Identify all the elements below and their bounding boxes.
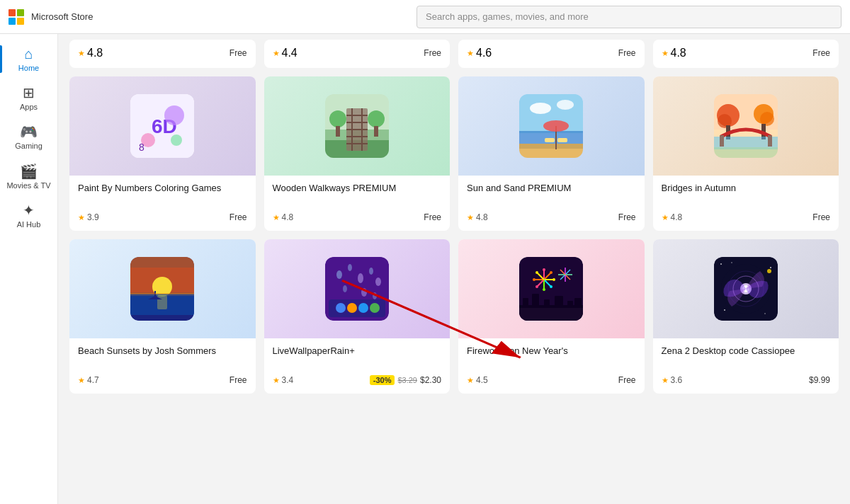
partial-card-4[interactable]: ★ 4.8 Free: [653, 40, 839, 68]
star-icon: ★: [662, 376, 669, 385]
thumb-paint-numbers: 6D 8: [69, 76, 256, 176]
app-card-livewallpaper[interactable]: LiveWallpaperRain+ ★ 3.4 -30% $3.29 $2.3…: [264, 239, 450, 394]
thumb-fireworks: [458, 239, 645, 338]
app-card-beach-sunsets[interactable]: Beach Sunsets by Josh Sommers ★ 4.7 Free: [69, 239, 256, 394]
app-info-zena: Zena 2 Desktop code Cassiopee ★ 3.6 $9.9…: [653, 338, 839, 394]
sidebar-label-movies: Movies & TV: [6, 181, 50, 190]
app-name-wooden-walkways: Wooden Walkways PREMIUM: [273, 183, 442, 207]
original-price: $3.29: [397, 376, 417, 384]
app-name-sun-sand: Sun and Sand PREMIUM: [467, 183, 636, 207]
svg-point-76: [552, 278, 555, 281]
app-card-paint-numbers[interactable]: 6D 8 Paint By Numbers Coloring Games: [69, 76, 256, 231]
app-info-fireworks: Fireworks on New Year's ★ 4.5 Free: [458, 338, 645, 394]
svg-point-57: [343, 285, 347, 292]
svg-point-55: [369, 268, 373, 275]
app-meta-wooden-walkways: ★ 4.8 Free: [273, 212, 442, 222]
svg-rect-19: [336, 126, 340, 137]
rating-1: ★ 4.8: [78, 47, 103, 59]
sidebar-label-apps: Apps: [20, 103, 38, 112]
sidebar-label-gaming: Gaming: [15, 142, 42, 151]
app-name-bridges-autumn: Bridges in Autumn: [662, 183, 831, 207]
svg-rect-41: [768, 135, 772, 147]
svg-point-101: [731, 262, 732, 263]
svg-point-79: [536, 285, 538, 288]
partial-card-3[interactable]: ★ 4.6 Free: [458, 40, 645, 68]
thumb-zena: [653, 239, 839, 338]
app-info-paint-numbers: Paint By Numbers Coloring Games ★ 3.9 Fr…: [69, 176, 256, 231]
svg-point-59: [373, 292, 377, 299]
app-meta-zena: ★ 3.6 $9.99: [662, 375, 831, 385]
svg-rect-97: [519, 308, 583, 321]
app-name-paint-numbers: Paint By Numbers Coloring Games: [78, 183, 247, 207]
star-icon: ★: [467, 213, 474, 222]
app-card-zena[interactable]: Zena 2 Desktop code Cassiopee ★ 3.6 $9.9…: [653, 239, 839, 394]
svg-rect-29: [545, 138, 555, 142]
app-card-fireworks[interactable]: Fireworks on New Year's ★ 4.5 Free: [458, 239, 645, 394]
svg-point-109: [767, 269, 771, 273]
svg-point-100: [720, 263, 722, 265]
svg-point-77: [550, 285, 552, 288]
svg-point-103: [764, 313, 766, 314]
svg-rect-48: [157, 295, 167, 309]
thumb-beach-sunsets: [69, 239, 256, 338]
sidebar: ⌂ Home ⊞ Apps 🎮 Gaming 🎬 Movies & TV ✦ A…: [0, 34, 58, 504]
app-meta-beach-sunsets: ★ 4.7 Free: [78, 375, 247, 385]
ms-logo: [8, 9, 24, 25]
apps-icon: ⊞: [23, 86, 35, 100]
svg-rect-42: [714, 147, 778, 158]
svg-point-80: [533, 278, 536, 281]
app-name-fireworks: Fireworks on New Year's: [467, 345, 636, 370]
thumb-bridges-autumn: [653, 76, 839, 176]
app-info-livewallpaper: LiveWallpaperRain+ ★ 3.4 -30% $3.29 $2.3…: [264, 338, 450, 394]
sidebar-item-movies[interactable]: 🎬 Movies & TV: [0, 157, 57, 196]
svg-point-52: [336, 270, 342, 279]
sidebar-item-home[interactable]: ⌂ Home: [0, 40, 57, 79]
app-name-zena: Zena 2 Desktop code Cassiopee: [662, 345, 831, 370]
partial-card-2[interactable]: ★ 4.4 Free: [264, 40, 450, 68]
search-placeholder: Search apps, games, movies, and more: [426, 11, 589, 22]
svg-point-28: [543, 120, 569, 132]
partial-card-1[interactable]: ★ 4.8 Free: [69, 40, 256, 68]
rating-3: ★ 4.6: [467, 47, 492, 59]
new-price: $2.30: [420, 375, 441, 385]
thumb-livewallpaper: [264, 239, 450, 338]
svg-point-104: [724, 309, 725, 311]
titlebar: Microsoft Store Search apps, games, movi…: [0, 0, 850, 34]
svg-point-81: [536, 271, 538, 274]
app-info-beach-sunsets: Beach Sunsets by Josh Sommers ★ 4.7 Free: [69, 338, 256, 394]
main-layout: ⌂ Home ⊞ Apps 🎮 Gaming 🎬 Movies & TV ✦ A…: [0, 34, 850, 504]
app-card-wooden-walkways[interactable]: Wooden Walkways PREMIUM ★ 4.8 Free: [264, 76, 450, 231]
content-area: ★ 4.8 Free ★ 4.4 Free ★ 4.6: [58, 34, 850, 504]
svg-point-54: [358, 273, 363, 283]
svg-point-63: [358, 303, 368, 313]
thumb-sun-sand: [458, 76, 645, 176]
search-bar[interactable]: Search apps, games, movies, and more: [416, 6, 842, 28]
svg-point-62: [347, 303, 357, 313]
gaming-icon: 🎮: [20, 125, 38, 139]
svg-point-74: [543, 268, 545, 271]
top-row: ★ 4.8 Free ★ 4.4 Free ★ 4.6: [69, 40, 839, 68]
app-meta-paint-numbers: ★ 3.9 Free: [78, 212, 247, 222]
app-info-sun-sand: Sun and Sand PREMIUM ★ 4.8 Free: [458, 176, 645, 231]
star-icon: ★: [467, 376, 474, 385]
app-meta-bridges-autumn: ★ 4.8 Free: [662, 212, 831, 222]
price-discount: -30% $3.29 $2.30: [370, 375, 441, 385]
app-card-sun-sand[interactable]: Sun and Sand PREMIUM ★ 4.8 Free: [458, 76, 645, 231]
svg-rect-26: [519, 144, 583, 158]
app-card-bridges-autumn[interactable]: Bridges in Autumn ★ 4.8 Free: [653, 76, 839, 231]
app-meta-fireworks: ★ 4.5 Free: [467, 375, 636, 385]
svg-point-53: [348, 264, 352, 271]
app-info-wooden-walkways: Wooden Walkways PREMIUM ★ 4.8 Free: [264, 176, 450, 231]
svg-point-56: [375, 277, 381, 286]
star-icon: ★: [273, 376, 280, 385]
svg-point-78: [543, 288, 545, 291]
app-meta-livewallpaper: ★ 3.4 -30% $3.29 $2.30: [273, 375, 442, 385]
svg-point-61: [336, 303, 346, 313]
app-row-2: 6D 8 Paint By Numbers Coloring Games: [69, 76, 839, 231]
sidebar-item-gaming[interactable]: 🎮 Gaming: [0, 118, 57, 156]
sidebar-item-aihub[interactable]: ✦ AI Hub: [0, 196, 57, 235]
sidebar-item-apps[interactable]: ⊞ Apps: [0, 79, 57, 118]
svg-rect-20: [374, 126, 378, 137]
app-meta-sun-sand: ★ 4.8 Free: [467, 212, 636, 222]
sidebar-label-home: Home: [18, 64, 39, 73]
